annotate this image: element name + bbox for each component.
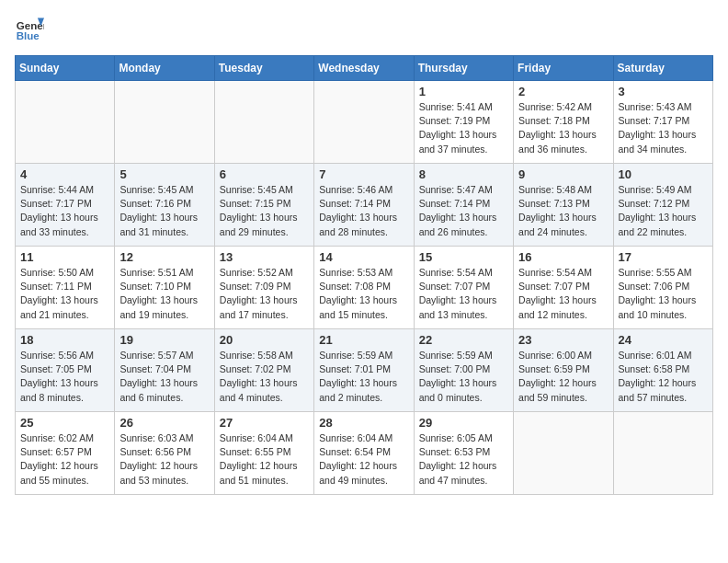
day-number: 28: [319, 416, 408, 430]
logo: General Blue: [15, 15, 44, 44]
day-number: 18: [20, 333, 109, 347]
calendar-cell: [214, 81, 313, 164]
calendar-cell: [514, 412, 613, 495]
calendar-cell: 17Sunrise: 5:55 AM Sunset: 7:06 PM Dayli…: [613, 247, 712, 329]
day-info: Sunrise: 5:42 AM Sunset: 7:18 PM Dayligh…: [518, 100, 608, 156]
day-number: 3: [619, 85, 708, 98]
calendar-cell: 2Sunrise: 5:42 AM Sunset: 7:18 PM Daylig…: [514, 81, 613, 164]
svg-text:Blue: Blue: [17, 30, 40, 41]
calendar-cell: 10Sunrise: 5:49 AM Sunset: 7:12 PM Dayli…: [613, 164, 712, 247]
calendar-cell: 9Sunrise: 5:48 AM Sunset: 7:13 PM Daylig…: [514, 164, 613, 247]
logo-icon: General Blue: [15, 15, 44, 44]
day-number: 4: [20, 167, 109, 181]
day-info: Sunrise: 5:59 AM Sunset: 7:01 PM Dayligh…: [319, 349, 408, 405]
day-info: Sunrise: 5:47 AM Sunset: 7:14 PM Dayligh…: [419, 183, 508, 239]
day-info: Sunrise: 5:53 AM Sunset: 7:08 PM Dayligh…: [319, 266, 408, 322]
day-info: Sunrise: 5:51 AM Sunset: 7:10 PM Dayligh…: [119, 266, 209, 322]
calendar-cell: 16Sunrise: 5:54 AM Sunset: 7:07 PM Dayli…: [514, 247, 613, 329]
day-number: 7: [319, 167, 408, 181]
calendar-cell: 24Sunrise: 6:01 AM Sunset: 6:58 PM Dayli…: [613, 329, 712, 412]
calendar-cell: [314, 81, 414, 164]
day-number: 2: [518, 85, 608, 98]
calendar-header-row: SundayMondayTuesdayWednesdayThursdayFrid…: [16, 56, 713, 81]
day-info: Sunrise: 5:54 AM Sunset: 7:07 PM Dayligh…: [518, 266, 608, 322]
day-info: Sunrise: 5:48 AM Sunset: 7:13 PM Dayligh…: [518, 183, 608, 239]
day-info: Sunrise: 6:04 AM Sunset: 6:54 PM Dayligh…: [319, 431, 408, 488]
day-info: Sunrise: 5:49 AM Sunset: 7:12 PM Dayligh…: [619, 183, 708, 239]
day-number: 1: [419, 85, 508, 98]
day-info: Sunrise: 5:52 AM Sunset: 7:09 PM Dayligh…: [220, 266, 309, 322]
calendar-cell: [613, 412, 712, 495]
day-info: Sunrise: 6:01 AM Sunset: 6:58 PM Dayligh…: [619, 349, 708, 405]
calendar-cell: 12Sunrise: 5:51 AM Sunset: 7:10 PM Dayli…: [115, 247, 214, 329]
calendar-cell: 11Sunrise: 5:50 AM Sunset: 7:11 PM Dayli…: [16, 247, 115, 329]
day-info: Sunrise: 5:46 AM Sunset: 7:14 PM Dayligh…: [319, 183, 408, 239]
day-number: 9: [518, 167, 608, 181]
calendar-cell: 25Sunrise: 6:02 AM Sunset: 6:57 PM Dayli…: [16, 412, 115, 495]
calendar-week-row: 11Sunrise: 5:50 AM Sunset: 7:11 PM Dayli…: [16, 247, 713, 329]
calendar-cell: 8Sunrise: 5:47 AM Sunset: 7:14 PM Daylig…: [414, 164, 513, 247]
day-number: 24: [619, 333, 708, 347]
day-info: Sunrise: 5:58 AM Sunset: 7:02 PM Dayligh…: [220, 349, 309, 405]
day-number: 17: [619, 250, 708, 264]
day-number: 16: [518, 250, 608, 264]
header: General Blue: [15, 15, 713, 44]
calendar-cell: 13Sunrise: 5:52 AM Sunset: 7:09 PM Dayli…: [214, 247, 313, 329]
day-number: 11: [20, 250, 109, 264]
day-number: 29: [419, 416, 508, 430]
calendar-cell: 27Sunrise: 6:04 AM Sunset: 6:55 PM Dayli…: [214, 412, 313, 495]
calendar-cell: 15Sunrise: 5:54 AM Sunset: 7:07 PM Dayli…: [414, 247, 513, 329]
day-number: 15: [419, 250, 508, 264]
day-info: Sunrise: 5:50 AM Sunset: 7:11 PM Dayligh…: [20, 266, 109, 322]
calendar-cell: 22Sunrise: 5:59 AM Sunset: 7:00 PM Dayli…: [414, 329, 513, 412]
calendar-cell: 21Sunrise: 5:59 AM Sunset: 7:01 PM Dayli…: [314, 329, 414, 412]
day-info: Sunrise: 5:44 AM Sunset: 7:17 PM Dayligh…: [20, 183, 109, 239]
calendar-week-row: 4Sunrise: 5:44 AM Sunset: 7:17 PM Daylig…: [16, 164, 713, 247]
day-header-monday: Monday: [115, 56, 214, 81]
day-number: 21: [319, 333, 408, 347]
day-info: Sunrise: 5:59 AM Sunset: 7:00 PM Dayligh…: [419, 349, 508, 405]
day-info: Sunrise: 6:02 AM Sunset: 6:57 PM Dayligh…: [20, 431, 109, 488]
day-number: 5: [119, 167, 209, 181]
day-info: Sunrise: 5:57 AM Sunset: 7:04 PM Dayligh…: [119, 349, 209, 405]
day-header-friday: Friday: [514, 56, 613, 81]
day-number: 19: [119, 333, 209, 347]
calendar-week-row: 1Sunrise: 5:41 AM Sunset: 7:19 PM Daylig…: [16, 81, 713, 164]
calendar-cell: 19Sunrise: 5:57 AM Sunset: 7:04 PM Dayli…: [115, 329, 214, 412]
calendar-cell: 6Sunrise: 5:45 AM Sunset: 7:15 PM Daylig…: [214, 164, 313, 247]
day-info: Sunrise: 5:43 AM Sunset: 7:17 PM Dayligh…: [619, 100, 708, 156]
day-info: Sunrise: 5:56 AM Sunset: 7:05 PM Dayligh…: [20, 349, 109, 405]
calendar-cell: 23Sunrise: 6:00 AM Sunset: 6:59 PM Dayli…: [514, 329, 613, 412]
day-info: Sunrise: 6:00 AM Sunset: 6:59 PM Dayligh…: [518, 349, 608, 405]
day-info: Sunrise: 5:54 AM Sunset: 7:07 PM Dayligh…: [419, 266, 508, 322]
calendar-cell: 4Sunrise: 5:44 AM Sunset: 7:17 PM Daylig…: [16, 164, 115, 247]
day-header-tuesday: Tuesday: [214, 56, 313, 81]
day-number: 26: [119, 416, 209, 430]
day-info: Sunrise: 6:05 AM Sunset: 6:53 PM Dayligh…: [419, 431, 508, 488]
calendar-cell: 14Sunrise: 5:53 AM Sunset: 7:08 PM Dayli…: [314, 247, 414, 329]
day-info: Sunrise: 6:04 AM Sunset: 6:55 PM Dayligh…: [220, 431, 309, 488]
calendar-cell: 3Sunrise: 5:43 AM Sunset: 7:17 PM Daylig…: [613, 81, 712, 164]
day-header-wednesday: Wednesday: [314, 56, 414, 81]
day-number: 6: [220, 167, 309, 181]
day-info: Sunrise: 5:45 AM Sunset: 7:16 PM Dayligh…: [119, 183, 209, 239]
calendar-cell: 28Sunrise: 6:04 AM Sunset: 6:54 PM Dayli…: [314, 412, 414, 495]
day-number: 13: [220, 250, 309, 264]
day-info: Sunrise: 5:41 AM Sunset: 7:19 PM Dayligh…: [419, 100, 508, 156]
day-info: Sunrise: 5:55 AM Sunset: 7:06 PM Dayligh…: [619, 266, 708, 322]
day-number: 25: [20, 416, 109, 430]
calendar-cell: 18Sunrise: 5:56 AM Sunset: 7:05 PM Dayli…: [16, 329, 115, 412]
calendar-cell: [16, 81, 115, 164]
day-header-saturday: Saturday: [613, 56, 712, 81]
calendar-cell: 26Sunrise: 6:03 AM Sunset: 6:56 PM Dayli…: [115, 412, 214, 495]
day-header-sunday: Sunday: [16, 56, 115, 81]
calendar-cell: 7Sunrise: 5:46 AM Sunset: 7:14 PM Daylig…: [314, 164, 414, 247]
calendar-cell: 29Sunrise: 6:05 AM Sunset: 6:53 PM Dayli…: [414, 412, 513, 495]
calendar-cell: [115, 81, 214, 164]
day-number: 22: [419, 333, 508, 347]
calendar-cell: 20Sunrise: 5:58 AM Sunset: 7:02 PM Dayli…: [214, 329, 313, 412]
calendar-cell: 5Sunrise: 5:45 AM Sunset: 7:16 PM Daylig…: [115, 164, 214, 247]
calendar-week-row: 25Sunrise: 6:02 AM Sunset: 6:57 PM Dayli…: [16, 412, 713, 495]
day-number: 10: [619, 167, 708, 181]
calendar-table: SundayMondayTuesdayWednesdayThursdayFrid…: [15, 55, 713, 495]
